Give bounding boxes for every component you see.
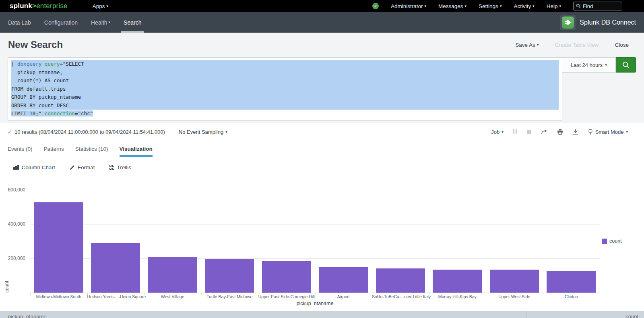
help-menu-label: Help: [547, 3, 558, 9]
find-input[interactable]: [583, 3, 615, 9]
activity-menu-label: Activity: [514, 3, 531, 9]
event-sampling-label: No Event Sampling: [179, 129, 223, 135]
logo-enterprise-text: enterprise: [36, 2, 68, 10]
administrator-menu[interactable]: Administrator: [391, 3, 426, 9]
x-axis-tick: [372, 293, 372, 295]
page-header: New Search Save As Create Table View Clo…: [0, 33, 644, 57]
bar-8[interactable]: [490, 270, 539, 293]
apps-menu-label: Apps: [93, 3, 105, 9]
app-identity: Splunk DB Connect: [560, 12, 636, 33]
chevron-down-icon: [425, 4, 427, 8]
x-axis-tick: [600, 293, 600, 295]
pause-icon[interactable]: [513, 129, 517, 134]
nav-item-data-lab[interactable]: Data Lab: [8, 12, 31, 33]
x-axis-tick: [87, 293, 88, 295]
x-axis-tick: [144, 293, 144, 295]
administrator-menu-label: Administrator: [391, 3, 423, 9]
x-category-label: Murray Hill-Kips Bay: [429, 294, 486, 299]
search-mode-label: Smart Mode: [595, 129, 624, 135]
chevron-down-icon: [533, 4, 535, 8]
nav-item-label: Configuration: [44, 19, 78, 26]
format-label: Format: [78, 164, 95, 170]
search-icon: [622, 61, 630, 69]
chevron-down-icon: [537, 43, 539, 47]
bar-4[interactable]: [262, 261, 311, 293]
bar-5[interactable]: [319, 267, 368, 293]
lightbulb-icon: [588, 129, 593, 135]
tab-statistics[interactable]: Statistics (10): [75, 141, 108, 157]
pencil-icon: [70, 165, 75, 170]
export-icon[interactable]: [573, 129, 578, 135]
stop-icon[interactable]: [527, 130, 531, 134]
help-menu[interactable]: Help: [547, 3, 561, 9]
activity-menu[interactable]: Activity: [514, 3, 534, 9]
print-icon[interactable]: [557, 129, 563, 135]
bar-6[interactable]: [376, 268, 425, 293]
results-summary: 10 results (08/04/2024 11:00:00.000 to 0…: [14, 129, 165, 135]
save-as-label: Save As: [515, 42, 535, 48]
save-as-button[interactable]: Save As: [515, 42, 539, 48]
legend-swatch: [602, 239, 607, 244]
chevron-down-icon: [465, 4, 467, 8]
x-axis-tick: [258, 293, 258, 295]
bar-0[interactable]: [34, 202, 83, 293]
time-range-picker[interactable]: Last 24 hours: [562, 57, 616, 73]
search-status-bar: 10 results (08/04/2024 11:00:00.000 to 0…: [0, 123, 644, 141]
health-status-icon[interactable]: [372, 3, 379, 9]
bar-chart-icon: [13, 165, 19, 170]
splunk-logo[interactable]: splunk>enterprise: [10, 2, 68, 10]
bar-9[interactable]: [547, 271, 596, 293]
search-bar-section: | dbxquery query="SELECT pickup_ntaname,…: [0, 57, 644, 123]
find-search-box[interactable]: [573, 2, 622, 10]
search-query-input[interactable]: | dbxquery query="SELECT pickup_ntaname,…: [8, 57, 562, 121]
chevron-down-icon: [107, 4, 109, 8]
x-axis-tick: [315, 293, 316, 295]
tab-visualization[interactable]: Visualization: [120, 141, 153, 157]
legend-item-count[interactable]: count: [602, 238, 622, 244]
nav-item-label: Data Lab: [8, 19, 31, 26]
search-mode-menu[interactable]: Smart Mode: [588, 129, 628, 135]
x-category-label: Turtle Bay-East Midtown: [201, 294, 258, 299]
nav-item-configuration[interactable]: Configuration: [44, 12, 78, 33]
run-search-button[interactable]: [616, 57, 636, 73]
bar-1[interactable]: [91, 243, 140, 293]
event-sampling-menu[interactable]: No Event Sampling: [179, 129, 227, 135]
chart-type-picker[interactable]: Column Chart: [13, 164, 55, 170]
trellis-menu[interactable]: Trellis: [109, 164, 132, 170]
share-icon[interactable]: [541, 129, 547, 135]
y-axis-title: count: [4, 190, 10, 293]
x-category-label: SoHo-TriBeCa-...nter-Little Italy: [372, 294, 429, 299]
nav-item-label: Health: [91, 19, 107, 26]
bar-2[interactable]: [148, 257, 197, 293]
x-category-label: Upper East Side-Carnegie Hill: [258, 294, 315, 299]
format-menu[interactable]: Format: [70, 164, 95, 170]
apps-menu[interactable]: Apps: [93, 3, 108, 9]
legend-label: count: [609, 238, 622, 244]
bar-3[interactable]: [205, 259, 254, 293]
tab-events[interactable]: Events (0): [8, 141, 33, 157]
x-category-label: Upper West Side: [486, 294, 543, 299]
logo-chevron: >: [32, 2, 36, 10]
job-menu[interactable]: Job: [491, 129, 504, 135]
chart-type-label: Column Chart: [22, 164, 55, 170]
bar-7[interactable]: [433, 270, 482, 293]
messages-menu[interactable]: Messages: [438, 3, 466, 9]
y-axis-tick-label: 600,000: [8, 187, 25, 193]
nav-item-health[interactable]: Health: [91, 12, 110, 33]
app-nav-bar: Data Lab Configuration Health Search Spl…: [0, 12, 644, 33]
column-header-count[interactable]: count: [526, 311, 644, 318]
create-table-view-button[interactable]: Create Table View: [555, 42, 599, 48]
x-axis-tick: [543, 293, 543, 295]
tab-patterns[interactable]: Patterns: [44, 141, 64, 157]
plug-icon: [562, 17, 574, 29]
checkmark-icon: [8, 129, 12, 135]
statistics-table-header: pickup_ntaname count: [0, 311, 644, 318]
x-axis-tick: [486, 293, 486, 295]
nav-item-search[interactable]: Search: [124, 12, 141, 33]
plot-area: 200,000400,000600,000Midtown-Midtown Sou…: [30, 190, 600, 293]
column-header-pickup-ntaname[interactable]: pickup_ntaname: [0, 311, 526, 318]
x-axis-tick: [30, 293, 31, 295]
x-category-label: Midtown-Midtown South: [30, 294, 87, 299]
settings-menu[interactable]: Settings: [479, 3, 502, 9]
close-button[interactable]: Close: [615, 42, 629, 48]
